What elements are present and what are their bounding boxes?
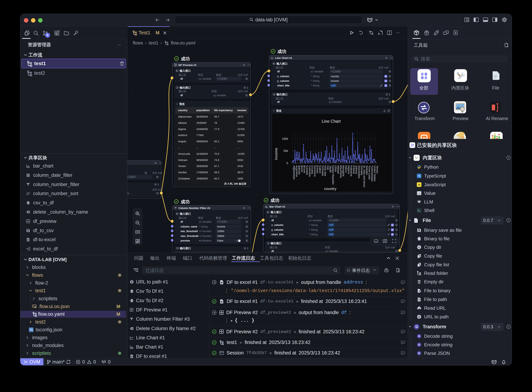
- svg-text:C: C: [418, 246, 420, 249]
- svg-text:TS: TS: [418, 175, 420, 177]
- svg-text:JS: JS: [418, 184, 421, 186]
